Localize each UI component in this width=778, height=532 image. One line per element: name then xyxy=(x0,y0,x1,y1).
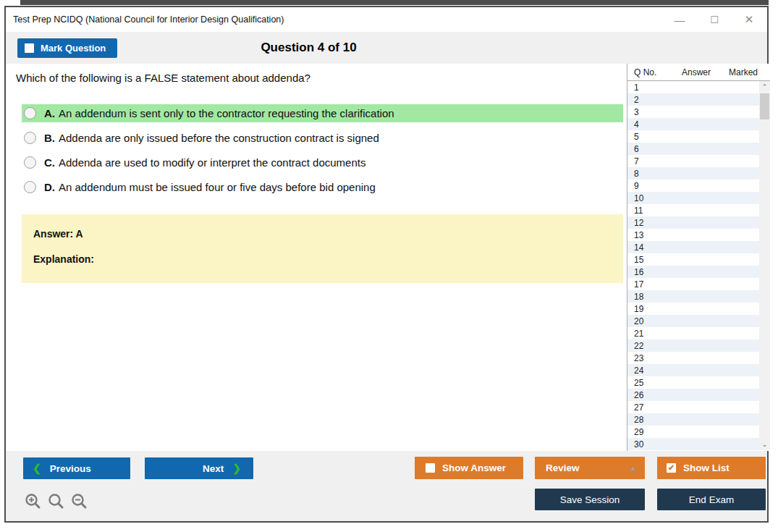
column-answer: Answer xyxy=(672,67,720,77)
window-title: Test Prep NCIDQ (National Council for In… xyxy=(13,14,284,25)
row-q-number: 30 xyxy=(627,439,672,449)
row-q-number: 8 xyxy=(627,169,672,179)
previous-button[interactable]: ❮ Previous xyxy=(23,457,130,479)
option-letter: D. xyxy=(44,181,55,193)
minimize-icon[interactable]: — xyxy=(672,12,688,28)
option-row-b[interactable]: B.Addenda are only issued before the con… xyxy=(22,129,623,147)
question-rows: 1234567891011121314151617181920212223242… xyxy=(627,81,759,450)
question-list-row[interactable]: 14 xyxy=(627,241,759,253)
save-session-button[interactable]: Save Session xyxy=(535,489,645,510)
radio-icon[interactable] xyxy=(24,132,36,144)
show-answer-checkbox[interactable] xyxy=(426,463,435,473)
zoom-in-icon[interactable] xyxy=(25,493,41,510)
question-list-row[interactable]: 28 xyxy=(627,413,759,426)
question-list-row[interactable]: 21 xyxy=(627,327,759,339)
row-q-number: 22 xyxy=(627,341,672,351)
show-list-button[interactable]: ✔ Show List xyxy=(657,457,766,479)
row-q-number: 6 xyxy=(627,144,672,154)
question-list-row[interactable]: 2 xyxy=(627,93,759,106)
question-list-row[interactable]: 11 xyxy=(627,204,759,216)
question-list-row[interactable]: 27 xyxy=(627,401,759,413)
zoom-toolbar xyxy=(25,493,88,510)
row-q-number: 11 xyxy=(627,206,672,216)
scrollbar[interactable]: ⌃ ⌄ xyxy=(759,81,770,450)
question-list-row[interactable]: 24 xyxy=(627,364,759,376)
question-list-row[interactable]: 8 xyxy=(627,167,759,180)
chevron-right-icon: ❯ xyxy=(232,463,241,474)
question-list-row[interactable]: 15 xyxy=(627,253,759,266)
row-q-number: 13 xyxy=(627,230,672,240)
question-list-row[interactable]: 1 xyxy=(627,81,759,93)
scroll-up-icon[interactable]: ⌃ xyxy=(759,81,770,93)
row-q-number: 28 xyxy=(627,415,672,425)
question-list-row[interactable]: 3 xyxy=(627,106,759,118)
close-icon[interactable]: ✕ xyxy=(741,12,757,28)
row-q-number: 9 xyxy=(627,181,672,191)
question-list-row[interactable]: 7 xyxy=(627,155,759,167)
question-list-row[interactable]: 18 xyxy=(627,290,759,303)
next-button[interactable]: Next ❯ xyxy=(145,457,253,479)
question-list-row[interactable]: 30 xyxy=(627,438,759,450)
row-q-number: 29 xyxy=(627,427,672,437)
row-q-number: 5 xyxy=(627,132,672,142)
question-list-row[interactable]: 25 xyxy=(627,376,759,389)
answer-box: Answer: A Explanation: xyxy=(22,214,623,283)
scroll-thumb[interactable] xyxy=(760,93,769,119)
question-text: Which of the following is a FALSE statem… xyxy=(6,64,627,84)
option-text: An addendum is sent only to the contract… xyxy=(59,107,394,119)
main-area: Which of the following is a FALSE statem… xyxy=(6,64,767,451)
question-list-row[interactable]: 29 xyxy=(627,426,759,438)
option-row-d[interactable]: D.An addendum must be issued four or fiv… xyxy=(22,178,623,196)
scroll-down-icon[interactable]: ⌄ xyxy=(759,439,770,450)
row-q-number: 24 xyxy=(627,366,672,376)
option-row-c[interactable]: C.Addenda are used to modify or interpre… xyxy=(22,153,623,172)
radio-icon[interactable] xyxy=(24,156,36,169)
row-q-number: 23 xyxy=(627,353,672,363)
radio-icon[interactable] xyxy=(24,181,36,193)
option-letter: B. xyxy=(44,132,55,144)
show-list-checkbox[interactable]: ✔ xyxy=(667,463,676,473)
answer-label: Answer: A xyxy=(33,228,612,240)
question-list-row[interactable]: 6 xyxy=(627,143,759,155)
row-q-number: 27 xyxy=(627,402,672,413)
review-button[interactable]: Review ▲ xyxy=(535,457,645,479)
zoom-reset-icon[interactable] xyxy=(48,493,64,510)
check-icon: ✔ xyxy=(668,464,675,472)
option-text: An addendum must be issued four or five … xyxy=(59,181,376,193)
zoom-out-icon[interactable] xyxy=(71,493,88,510)
question-list-row[interactable]: 17 xyxy=(627,278,759,290)
option-row-a[interactable]: A.An addendum is sent only to the contra… xyxy=(22,104,623,122)
question-list-row[interactable]: 22 xyxy=(627,339,759,352)
row-q-number: 21 xyxy=(627,329,672,339)
question-list-row[interactable]: 13 xyxy=(627,229,759,241)
question-list-row[interactable]: 16 xyxy=(627,266,759,278)
row-q-number: 26 xyxy=(627,390,672,400)
explanation-label: Explanation: xyxy=(33,253,612,265)
question-list-row[interactable]: 20 xyxy=(627,315,759,327)
row-q-number: 7 xyxy=(627,156,672,166)
question-list-header: Q No. Answer Marked xyxy=(627,64,770,81)
option-text: Addenda are only issued before the const… xyxy=(59,132,379,144)
options-list: A.An addendum is sent only to the contra… xyxy=(6,104,627,196)
radio-icon[interactable] xyxy=(24,107,36,119)
row-q-number: 3 xyxy=(627,107,672,117)
question-list-row[interactable]: 10 xyxy=(627,192,759,204)
end-exam-button[interactable]: End Exam xyxy=(657,489,766,510)
question-list-row[interactable]: 12 xyxy=(627,216,759,229)
question-list-row[interactable]: 26 xyxy=(627,389,759,401)
column-marked: Marked xyxy=(720,67,766,77)
question-list-row[interactable]: 19 xyxy=(627,303,759,315)
row-q-number: 2 xyxy=(627,95,672,105)
question-list-row[interactable]: 5 xyxy=(627,130,759,143)
question-list-row[interactable]: 23 xyxy=(627,352,759,364)
chevron-left-icon: ❮ xyxy=(33,463,41,474)
row-q-number: 16 xyxy=(627,267,672,277)
maximize-icon[interactable]: ☐ xyxy=(706,12,722,28)
row-q-number: 15 xyxy=(627,255,672,265)
show-answer-button[interactable]: Show Answer xyxy=(415,457,523,479)
option-text: Addenda are used to modify or interpret … xyxy=(59,156,365,169)
question-pane: Which of the following is a FALSE statem… xyxy=(6,64,627,451)
question-list-row[interactable]: 4 xyxy=(627,118,759,130)
question-list-row[interactable]: 9 xyxy=(627,180,759,192)
question-list-panel: Q No. Answer Marked 12345678910111213141… xyxy=(627,64,770,451)
